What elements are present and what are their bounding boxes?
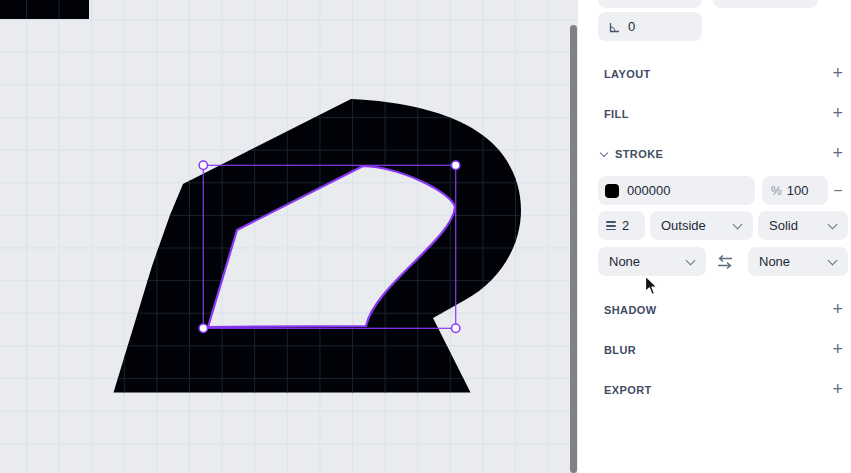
section-export[interactable]: EXPORT + [578, 376, 851, 404]
rotation-field[interactable]: 0 [598, 12, 702, 41]
stroke-start-cap-dropdown[interactable]: None [598, 247, 706, 276]
clipped-input-left[interactable] [598, 0, 702, 8]
section-layout-title: LAYOUT [578, 68, 651, 80]
section-fill-title: FILL [578, 108, 629, 120]
stroke-align-value: Outside [661, 218, 706, 233]
canvas-artboard[interactable] [0, 0, 578, 473]
section-blur-title: BLUR [578, 344, 636, 356]
percent-icon: % [771, 184, 782, 198]
minus-icon: − [833, 182, 842, 200]
chevron-down-icon [600, 148, 608, 156]
canvas[interactable] [0, 0, 578, 473]
add-export-button[interactable]: + [832, 380, 843, 398]
stroke-weight-value[interactable]: 2 [622, 218, 629, 233]
remove-stroke-button[interactable]: − [828, 176, 848, 205]
section-shadow[interactable]: SHADOW + [578, 296, 851, 324]
add-blur-button[interactable]: + [832, 340, 843, 358]
design-tool-window: 0 LAYOUT + FILL + STROKE + 000000 % 100 … [0, 0, 851, 473]
selection-handle-bottom-left[interactable] [199, 324, 207, 332]
stroke-style-value: Solid [769, 218, 798, 233]
section-shadow-title: SHADOW [578, 304, 657, 316]
section-fill[interactable]: FILL + [578, 100, 851, 128]
properties-panel: 0 LAYOUT + FILL + STROKE + 000000 % 100 … [578, 0, 851, 473]
vertical-scrollbar[interactable] [570, 25, 577, 473]
stroke-color-hex[interactable]: 000000 [627, 183, 670, 198]
stroke-style-dropdown[interactable]: Solid [758, 211, 848, 240]
section-export-title: EXPORT [578, 384, 652, 396]
swap-arrows-icon [715, 254, 735, 270]
stroke-color-swatch[interactable] [605, 184, 619, 198]
section-layout[interactable]: LAYOUT + [578, 60, 851, 88]
clipped-input-right[interactable] [713, 0, 818, 8]
stroke-align-dropdown[interactable]: Outside [650, 211, 753, 240]
selection-handle-bottom-right[interactable] [452, 324, 460, 332]
add-shadow-button[interactable]: + [832, 300, 843, 318]
stroke-weight-field[interactable]: 2 [598, 211, 645, 240]
stroke-end-cap-dropdown[interactable]: None [748, 247, 848, 276]
section-stroke[interactable]: STROKE + [578, 140, 851, 168]
section-stroke-title: STROKE [615, 148, 663, 160]
chevron-down-icon [828, 256, 838, 266]
rotation-value: 0 [628, 19, 635, 34]
add-layout-button[interactable]: + [832, 64, 843, 82]
stroke-end-cap-value: None [759, 254, 790, 269]
add-fill-button[interactable]: + [832, 104, 843, 122]
section-blur[interactable]: BLUR + [578, 336, 851, 364]
swap-caps-button[interactable] [710, 247, 740, 276]
stroke-color-field[interactable]: 000000 [598, 176, 755, 205]
stroke-start-cap-value: None [609, 254, 640, 269]
chevron-down-icon [733, 220, 743, 230]
angle-icon [607, 20, 621, 34]
selection-handle-top-left[interactable] [199, 161, 207, 169]
chevron-down-icon [828, 220, 838, 230]
selection-handle-top-right[interactable] [452, 161, 460, 169]
clipped-black-object[interactable] [0, 0, 89, 19]
stroke-opacity-field[interactable]: % 100 [762, 176, 828, 205]
stroke-opacity-value[interactable]: 100 [787, 183, 809, 198]
chevron-down-icon [686, 256, 696, 266]
add-stroke-button[interactable]: + [832, 144, 843, 162]
stroke-weight-icon [606, 221, 616, 231]
